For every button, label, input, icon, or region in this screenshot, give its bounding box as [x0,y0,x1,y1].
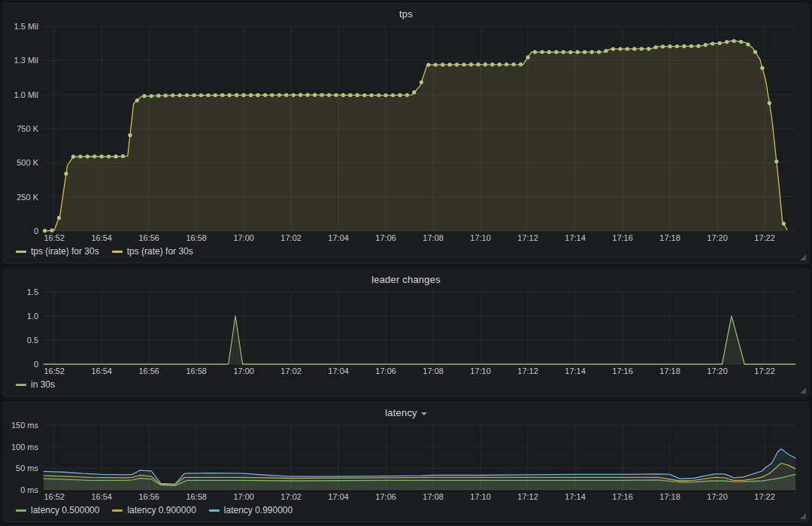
svg-text:16:52: 16:52 [44,233,65,242]
panel-resize-handle[interactable] [800,513,806,519]
svg-text:17:04: 17:04 [328,233,349,242]
svg-text:1.5 Mil: 1.5 Mil [14,22,38,31]
svg-text:17:18: 17:18 [659,233,680,242]
svg-text:17:14: 17:14 [565,233,586,242]
chart-latency[interactable]: 0 ms50 ms100 ms150 ms16:5216:5416:5616:5… [9,421,803,502]
svg-text:17:22: 17:22 [754,366,775,375]
svg-text:17:08: 17:08 [423,366,444,375]
legend-latency: latency 0.500000 latency 0.900000 latenc… [9,502,803,518]
svg-text:1.0 Mil: 1.0 Mil [14,90,38,99]
svg-text:1.0: 1.0 [27,312,38,321]
svg-text:0: 0 [34,360,38,369]
svg-text:17:14: 17:14 [565,366,586,375]
svg-text:500 K: 500 K [17,158,38,167]
svg-text:17:10: 17:10 [470,233,491,242]
legend-item-in-30s[interactable]: in 30s [16,379,55,390]
svg-text:16:52: 16:52 [44,366,65,375]
svg-text:16:56: 16:56 [138,366,159,375]
svg-text:17:18: 17:18 [659,366,680,375]
legend-label-latency-p50[interactable]: latency 0.500000 [31,505,99,515]
legend-label-tps-rate[interactable]: tps (rate) for 30s [127,246,193,257]
panel-resize-handle[interactable] [800,388,806,394]
svg-text:17:22: 17:22 [754,233,775,242]
svg-text:17:12: 17:12 [517,233,538,242]
svg-text:17:18: 17:18 [659,492,680,501]
panel-leader-changes: leader changes 00.51.01.516:5216:5416:56… [3,269,809,397]
legend-swatch-tps-rate [112,251,123,253]
svg-text:17:14: 17:14 [565,492,586,501]
legend-item-latency-p90[interactable]: latency 0.900000 [112,505,195,515]
panel-header-tps[interactable]: tps [9,6,803,22]
legend-item-latency-p99[interactable]: latency 0.990000 [209,505,292,515]
svg-text:16:58: 16:58 [186,366,207,375]
svg-text:17:02: 17:02 [280,366,301,375]
svg-text:17:20: 17:20 [707,233,728,242]
svg-text:16:56: 16:56 [138,233,159,242]
legend-swatch-in-30s [16,384,26,386]
svg-text:17:16: 17:16 [612,492,633,501]
legend-tps: tps (irate) for 30s tps (rate) for 30s [9,243,803,260]
svg-text:16:54: 16:54 [91,233,112,242]
svg-text:1.3 Mil: 1.3 Mil [14,56,38,65]
legend-label-latency-p99[interactable]: latency 0.990000 [224,505,292,515]
svg-text:100 ms: 100 ms [11,442,39,452]
chart-leader-changes[interactable]: 00.51.01.516:5216:5416:5616:5817:0017:02… [9,287,803,376]
svg-text:17:02: 17:02 [280,233,301,242]
svg-text:17:06: 17:06 [375,233,396,242]
svg-text:750 K: 750 K [17,124,38,133]
svg-text:17:08: 17:08 [423,492,444,501]
svg-text:150 ms: 150 ms [11,421,39,430]
legend-item-tps-rate[interactable]: tps (rate) for 30s [112,246,193,257]
legend-label-latency-p90[interactable]: latency 0.900000 [127,505,195,515]
panel-header-latency[interactable]: latency [9,405,803,421]
svg-text:1.5: 1.5 [27,287,38,296]
svg-text:17:04: 17:04 [328,366,349,375]
legend-label-tps-irate[interactable]: tps (irate) for 30s [31,246,99,257]
panel-title-leader-changes[interactable]: leader changes [371,274,441,285]
svg-text:17:04: 17:04 [328,492,349,501]
svg-text:0: 0 [34,227,38,236]
panel-latency: latency 0 ms50 ms100 ms150 ms16:5216:541… [3,402,809,522]
svg-text:17:02: 17:02 [280,492,301,501]
svg-text:17:00: 17:00 [233,492,254,501]
legend-swatch-latency-p90 [112,509,123,512]
svg-text:250 K: 250 K [17,193,38,202]
svg-text:17:20: 17:20 [707,492,728,501]
svg-text:17:00: 17:00 [233,366,254,375]
svg-text:0 ms: 0 ms [20,485,38,494]
legend-leader-changes: in 30s [9,376,803,393]
svg-text:17:16: 17:16 [612,366,633,375]
svg-text:16:56: 16:56 [138,492,159,501]
svg-text:17:06: 17:06 [375,366,396,375]
legend-swatch-tps-irate [16,251,26,253]
svg-text:50 ms: 50 ms [16,464,38,473]
legend-item-latency-p50[interactable]: latency 0.500000 [16,505,99,515]
svg-text:17:20: 17:20 [707,366,728,375]
svg-text:17:22: 17:22 [754,492,775,501]
panel-resize-handle[interactable] [800,254,806,260]
svg-text:17:12: 17:12 [517,366,538,375]
legend-item-tps-irate[interactable]: tps (irate) for 30s [16,246,99,257]
chevron-down-icon[interactable] [421,412,427,415]
svg-text:17:16: 17:16 [612,233,633,242]
svg-text:16:58: 16:58 [186,233,207,242]
legend-swatch-latency-p50 [16,509,26,512]
legend-label-in-30s[interactable]: in 30s [31,379,55,390]
panel-title-latency[interactable]: latency [385,407,417,418]
svg-text:17:12: 17:12 [517,492,538,501]
svg-text:16:58: 16:58 [186,492,207,501]
legend-swatch-latency-p99 [209,509,220,512]
svg-text:16:52: 16:52 [44,492,65,501]
svg-text:16:54: 16:54 [91,492,112,501]
svg-text:17:06: 17:06 [375,492,396,501]
svg-text:17:08: 17:08 [423,233,444,242]
panel-header-leader-changes[interactable]: leader changes [9,272,803,287]
panel-tps: tps 0250 K500 K750 K1.0 Mil1.3 Mil1.5 Mi… [3,3,809,263]
svg-text:0.5: 0.5 [27,336,38,345]
svg-text:16:54: 16:54 [91,366,112,375]
svg-text:17:00: 17:00 [233,233,254,242]
panel-title-tps[interactable]: tps [399,8,413,20]
svg-text:17:10: 17:10 [470,492,491,501]
grafana-dashboard: tps 0250 K500 K750 K1.0 Mil1.3 Mil1.5 Mi… [0,0,812,526]
chart-tps[interactable]: 0250 K500 K750 K1.0 Mil1.3 Mil1.5 Mil16:… [9,22,803,243]
